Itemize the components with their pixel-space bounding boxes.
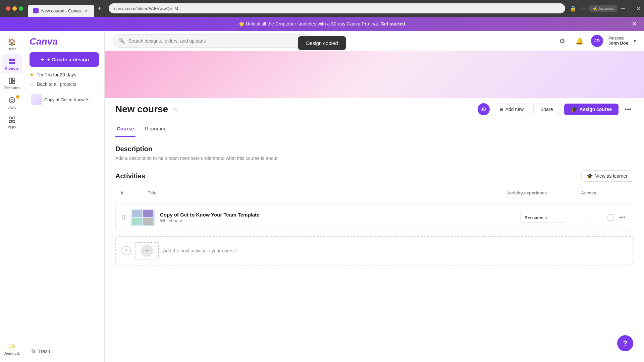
window-close-icon[interactable]: ✕ bbox=[636, 5, 641, 12]
back-to-projects-item[interactable]: ← Back to all projects bbox=[30, 81, 99, 87]
sidebar-item-projects[interactable]: Projects bbox=[2, 54, 22, 73]
svg-rect-1 bbox=[12, 59, 14, 61]
activity-name: Copy of Get to Know Your Team Template bbox=[160, 212, 520, 218]
tab-reporting[interactable]: Reporting bbox=[144, 121, 168, 137]
main-content: 🔍 ⚙ 🔔 JD Personal John Doe ▾ New bbox=[105, 31, 644, 362]
activities-header: Activities 🎓 View as learner bbox=[115, 170, 633, 182]
bookmark-icon[interactable]: ☆ bbox=[581, 5, 585, 12]
sidebar-projects-label: Projects bbox=[5, 67, 18, 70]
notification-banner: 🌟 Unlock all the Droptober launches with… bbox=[0, 17, 644, 31]
top-header: 🔍 ⚙ 🔔 JD Personal John Doe ▾ bbox=[105, 31, 644, 51]
app-layout: 🏠 Home Projects Templates Brand bbox=[0, 31, 644, 362]
search-bar[interactable]: 🔍 bbox=[113, 34, 314, 48]
svg-point-18 bbox=[124, 219, 125, 220]
sidebar-item-templates[interactable]: Templates bbox=[2, 74, 22, 93]
create-design-label: + Create a design bbox=[47, 57, 89, 62]
collaborator-avatar: JD bbox=[478, 103, 490, 115]
favorite-star-icon[interactable]: ☆ bbox=[172, 105, 178, 113]
sidebar-item-apps[interactable]: Apps bbox=[2, 113, 22, 131]
sidebar-templates-label: Templates bbox=[4, 86, 20, 90]
brand-notification bbox=[16, 95, 19, 99]
trash-icon: 🗑 bbox=[31, 349, 36, 354]
get-started-link[interactable]: Get started bbox=[380, 21, 405, 26]
description-placeholder[interactable]: Add a description to help team members u… bbox=[115, 156, 633, 161]
share-button[interactable]: Share bbox=[533, 104, 560, 115]
add-new-button[interactable]: ⊕ Add new bbox=[494, 104, 529, 115]
banner-close-icon[interactable]: ✕ bbox=[632, 20, 637, 28]
hero-banner bbox=[105, 51, 644, 98]
max-btn[interactable] bbox=[19, 6, 23, 11]
resource-dropdown[interactable]: Resource ▾ bbox=[520, 213, 567, 223]
back-label: Back to all projects bbox=[37, 81, 76, 87]
close-btn[interactable] bbox=[6, 6, 10, 11]
apps-icon bbox=[8, 115, 16, 124]
more-options-button[interactable]: ••• bbox=[623, 104, 633, 115]
account-type: Personal bbox=[608, 36, 628, 41]
svg-rect-9 bbox=[9, 117, 11, 119]
address-bar[interactable]: canva.com/folder/FAFVwcrQe_M bbox=[109, 3, 565, 13]
incognito-badge: 🕵 Incognito bbox=[589, 5, 617, 12]
sidebar-home-label: Home bbox=[7, 47, 16, 51]
trash-label: Trash bbox=[38, 349, 50, 354]
search-icon: 🔍 bbox=[118, 38, 125, 44]
search-input[interactable] bbox=[128, 38, 308, 44]
sidebar-apps-label: Apps bbox=[8, 125, 16, 129]
try-pro-label: Try Pro for 30 days bbox=[37, 72, 76, 77]
access-cell: - bbox=[567, 214, 607, 222]
add-activity-label: Add the next activity to your course bbox=[163, 248, 236, 253]
assign-icon: 🎓 bbox=[571, 106, 578, 113]
nav-item-label: Copy of Get to Know Y... bbox=[44, 97, 92, 102]
window-max-icon[interactable]: □ bbox=[629, 5, 632, 11]
course-header: New course ☆ JD ⊕ Add new Share 🎓 Assign… bbox=[105, 98, 644, 121]
activity-checkbox[interactable] bbox=[607, 214, 614, 221]
drag-handle-icon[interactable] bbox=[121, 214, 126, 221]
svg-rect-10 bbox=[12, 117, 14, 119]
sidebar-item-dreamlab[interactable]: ✨ Dream Lab bbox=[2, 339, 22, 358]
svg-rect-11 bbox=[9, 120, 11, 122]
svg-rect-0 bbox=[9, 59, 11, 61]
svg-rect-3 bbox=[12, 62, 14, 64]
add-activity-row[interactable]: 2 + Add the next activity to your course bbox=[115, 236, 633, 265]
bell-icon[interactable]: 🔔 bbox=[574, 35, 586, 47]
help-button[interactable]: ? bbox=[617, 335, 633, 351]
min-btn[interactable] bbox=[12, 6, 17, 11]
notification-text: 🌟 Unlock all the Droptober launches with… bbox=[239, 21, 405, 26]
svg-rect-6 bbox=[12, 81, 14, 83]
col-num-header: # bbox=[121, 190, 148, 195]
user-avatar[interactable]: JD bbox=[591, 35, 603, 47]
view-as-learner-button[interactable]: 🎓 View as learner bbox=[581, 170, 633, 182]
dreamlab-icon: ✨ bbox=[8, 342, 16, 351]
tab-close-icon[interactable]: ✕ bbox=[84, 8, 89, 13]
project-thumbnail bbox=[31, 94, 42, 105]
svg-rect-2 bbox=[9, 62, 11, 64]
star-icon: ★ bbox=[30, 72, 34, 77]
col-experience-header: Activity experience bbox=[507, 190, 581, 195]
question-mark-icon: ? bbox=[623, 339, 627, 348]
design-copied-toast: Design copied bbox=[298, 36, 346, 50]
activity-more-button[interactable]: ••• bbox=[617, 212, 628, 223]
user-dropdown-arrow[interactable]: ▾ bbox=[634, 38, 636, 44]
active-tab[interactable]: New course - Canva ✕ bbox=[28, 5, 94, 17]
sidebar-item-home[interactable]: 🏠 Home bbox=[2, 35, 22, 54]
create-design-button[interactable]: ＋ + Create a design bbox=[30, 52, 99, 67]
activities-title: Activities bbox=[115, 172, 145, 180]
description-title: Description bbox=[115, 145, 633, 153]
assign-course-button[interactable]: 🎓 Assign course bbox=[564, 104, 619, 115]
col-access-header: Access bbox=[581, 190, 628, 195]
svg-point-17 bbox=[122, 219, 123, 220]
user-info: Personal John Doe bbox=[608, 36, 628, 46]
sidebar: 🏠 Home Projects Templates Brand bbox=[0, 31, 24, 362]
tab-course[interactable]: Course bbox=[115, 121, 136, 137]
header-right: ⚙ 🔔 JD Personal John Doe ▾ bbox=[556, 35, 636, 47]
sidebar-item-brand[interactable]: Brand bbox=[2, 93, 22, 112]
svg-point-14 bbox=[124, 215, 125, 217]
try-pro-item[interactable]: ★ Try Pro for 30 days bbox=[30, 72, 99, 77]
new-tab-button[interactable]: + bbox=[95, 3, 104, 14]
learner-icon: 🎓 bbox=[587, 173, 593, 179]
window-min-icon[interactable]: ─ bbox=[621, 5, 625, 11]
settings-icon[interactable]: ⚙ bbox=[556, 35, 568, 47]
home-icon: 🏠 bbox=[8, 38, 16, 46]
projects-icon bbox=[8, 57, 16, 66]
trash-item[interactable]: 🗑 Trash bbox=[30, 346, 99, 357]
nav-item-copy[interactable]: Copy of Get to Know Y... bbox=[30, 92, 99, 107]
